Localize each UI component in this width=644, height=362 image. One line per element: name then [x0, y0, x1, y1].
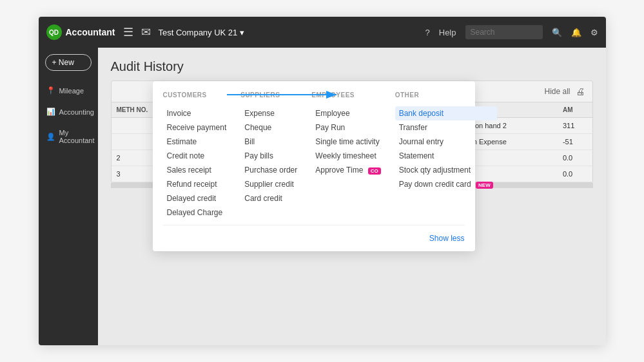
menu-item-bank-deposit[interactable]: Bank deposit — [395, 106, 497, 120]
menu-item-delayed-credit[interactable]: Delayed credit — [163, 191, 231, 205]
menu-item-invoice[interactable]: Invoice — [163, 106, 231, 120]
new-transaction-menu: CUSTOMERS Invoice Receive payment Estima… — [153, 81, 475, 251]
menu-col-other: OTHER Bank deposit Transfer Journal entr… — [390, 91, 502, 220]
sidebar-item-label: My Accountant — [59, 129, 95, 144]
mail-icon[interactable]: ✉ — [141, 25, 151, 39]
menu-item-pay-run[interactable]: Pay Run — [311, 120, 384, 135]
menu-item-journal-entry[interactable]: Journal entry — [395, 135, 497, 149]
mileage-icon: 📍 — [46, 86, 55, 95]
help-label[interactable]: Help — [439, 28, 456, 37]
menu-item-pay-down-credit[interactable]: Pay down credit card NEW — [395, 177, 497, 191]
menu-col-suppliers: SUPPLIERS Expense Cheque Bill Pay bills … — [235, 91, 306, 220]
main-area: + New 📍 Mileage 📊 Accounting › 👤 My Acco… — [39, 48, 606, 345]
menu-footer: Show less — [163, 225, 465, 243]
customers-header: CUSTOMERS — [163, 91, 231, 101]
approve-time-badge: CO — [368, 167, 381, 175]
show-less-button[interactable]: Show less — [429, 234, 465, 243]
app-logo: QD — [46, 24, 62, 40]
pay-down-badge: NEW — [476, 182, 493, 189]
menu-item-expense[interactable]: Expense — [240, 106, 301, 120]
sidebar: + New 📍 Mileage 📊 Accounting › 👤 My Acco… — [39, 48, 98, 345]
employees-header: EMPLOYEES — [311, 91, 384, 101]
menu-col-customers: CUSTOMERS Invoice Receive payment Estima… — [163, 91, 236, 220]
menu-item-card-credit[interactable]: Card credit — [240, 191, 301, 205]
menu-item-transfer[interactable]: Transfer — [395, 120, 497, 135]
menu-item-bill[interactable]: Bill — [240, 135, 301, 149]
app-title: Accountant — [66, 27, 115, 37]
sidebar-item-accounting[interactable]: 📊 Accounting › — [39, 101, 98, 122]
suppliers-header: SUPPLIERS — [240, 91, 301, 101]
sidebar-item-label: Mileage — [59, 87, 84, 95]
menu-item-delayed-charge[interactable]: Delayed Charge — [163, 205, 231, 220]
menu-columns: CUSTOMERS Invoice Receive payment Estima… — [163, 91, 465, 220]
search-icon[interactable]: 🔍 — [552, 28, 562, 37]
menu-item-stock-qty[interactable]: Stock qty adjustment — [395, 163, 497, 177]
other-header: OTHER — [395, 91, 497, 101]
menu-col-employees: EMPLOYEES Employee Pay Run Single time a… — [306, 91, 389, 220]
menu-item-cheque[interactable]: Cheque — [240, 120, 301, 135]
menu-item-refund-receipt[interactable]: Refund receipt — [163, 177, 231, 191]
outer-container: QD Accountant ☰ ✉ Test Company UK 21 ▾ ?… — [0, 0, 644, 362]
page-content: Audit History Hide all 🖨 METH NO. CLASS — [98, 48, 606, 345]
search-input[interactable] — [465, 25, 543, 39]
sidebar-item-my-accountant[interactable]: 👤 My Accountant — [39, 122, 98, 151]
menu-item-weekly-timesheet[interactable]: Weekly timesheet — [311, 149, 384, 163]
nav-logo: QD Accountant — [46, 24, 115, 40]
nav-right: ? Help 🔍 🔔 ⚙ — [425, 25, 598, 39]
menu-item-approve-time[interactable]: Approve Time CO — [311, 163, 384, 177]
menu-item-purchase-order[interactable]: Purchase order — [240, 163, 301, 177]
app-window: QD Accountant ☰ ✉ Test Company UK 21 ▾ ?… — [39, 17, 606, 345]
my-accountant-icon: 👤 — [46, 133, 55, 141]
menu-item-estimate[interactable]: Estimate — [163, 135, 231, 149]
menu-icon[interactable]: ☰ — [123, 25, 133, 39]
dropdown-icon: ▾ — [240, 28, 244, 37]
menu-item-pay-bills[interactable]: Pay bills — [240, 149, 301, 163]
sidebar-item-label: Accounting — [59, 108, 94, 116]
menu-item-employee[interactable]: Employee — [311, 106, 384, 120]
new-button[interactable]: + New — [45, 54, 92, 71]
notification-icon[interactable]: 🔔 — [571, 28, 581, 37]
settings-icon[interactable]: ⚙ — [590, 28, 598, 37]
menu-item-supplier-credit[interactable]: Supplier credit — [240, 177, 301, 191]
menu-item-credit-note[interactable]: Credit note — [163, 149, 231, 163]
sidebar-item-mileage[interactable]: 📍 Mileage — [39, 80, 98, 101]
menu-item-sales-receipt[interactable]: Sales receipt — [163, 163, 231, 177]
company-name: Test Company UK 21 — [159, 28, 238, 37]
menu-item-receive-payment[interactable]: Receive payment — [163, 120, 231, 135]
menu-item-single-time[interactable]: Single time activity — [311, 135, 384, 149]
menu-item-statement[interactable]: Statement — [395, 149, 497, 163]
top-nav: QD Accountant ☰ ✉ Test Company UK 21 ▾ ?… — [39, 17, 606, 48]
help-icon: ? — [425, 28, 430, 37]
accounting-icon: 📊 — [46, 108, 55, 116]
company-selector[interactable]: Test Company UK 21 ▾ — [159, 28, 245, 37]
